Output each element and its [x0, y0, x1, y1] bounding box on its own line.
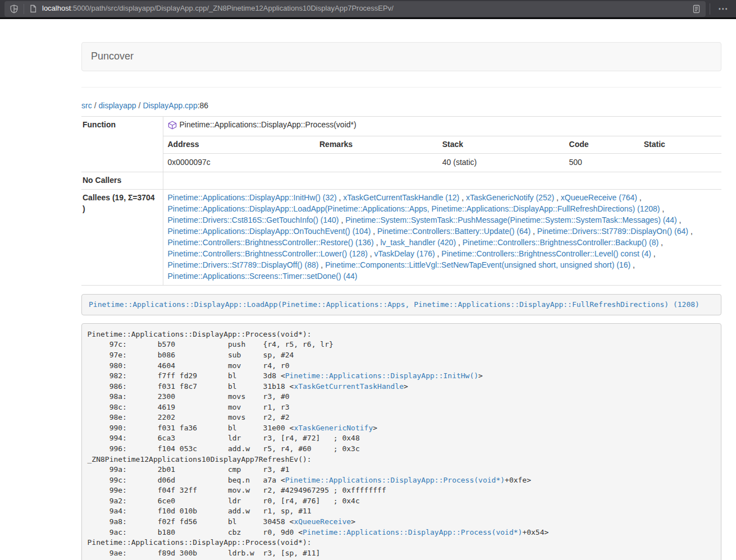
callee-link[interactable]: Pinetime::Components::LittleVgl::SetNewT…	[325, 260, 630, 269]
browser-toolbar: localhost:5000/path/src/displayapp/Displ…	[0, 0, 736, 19]
no-callers-label: No Callers	[81, 172, 163, 189]
function-stats-table: Address Remarks Stack Code Static 0x0000…	[163, 136, 722, 172]
stack-value: 40 (static)	[438, 153, 565, 171]
shield-icon[interactable]	[10, 4, 19, 13]
function-table: Function Pinetime::Applications::Display…	[81, 116, 721, 286]
callee-link[interactable]: Pinetime::Controllers::BrightnessControl…	[463, 238, 659, 247]
meatball-menu-icon[interactable]: ⋯	[714, 4, 732, 13]
callee-link[interactable]: lv_task_handler (420)	[380, 238, 456, 247]
divider	[81, 87, 721, 88]
reader-mode-icon[interactable]	[692, 4, 701, 13]
address-bar[interactable]: localhost:5000/path/src/displayapp/Displ…	[4, 1, 706, 17]
column-header-address: Address	[163, 136, 316, 153]
callee-link[interactable]: Pinetime::Applications::DisplayApp::Load…	[168, 204, 660, 213]
table-row: 0x0000097c 40 (static) 500	[163, 153, 722, 171]
breadcrumb-link-file[interactable]: DisplayApp.cpp	[143, 101, 197, 110]
breadcrumb: src/displayapp/DisplayApp.cpp:86	[81, 100, 721, 112]
address-value: 0x0000097c	[163, 153, 316, 171]
table-header-row: Address Remarks Stack Code Static	[163, 136, 722, 153]
column-header-static: Static	[639, 136, 721, 153]
callee-link[interactable]: Pinetime::Drivers::St7789::DisplayOn() (…	[537, 227, 688, 236]
callee-link[interactable]: Pinetime::Controllers::Battery::Update()…	[377, 227, 531, 236]
callee-link[interactable]: Pinetime::Controllers::BrightnessControl…	[168, 249, 368, 258]
callee-link[interactable]: Pinetime::Drivers::Cst816S::GetTouchInfo…	[168, 215, 339, 224]
asm-symbol-link[interactable]: Pinetime::Applications::DisplayApp::Init…	[285, 371, 478, 380]
column-header-stack: Stack	[438, 136, 565, 153]
breadcrumb-line-number: :86	[198, 101, 208, 110]
function-name: Pinetime::Applications::DisplayApp::Proc…	[180, 120, 356, 131]
callee-link[interactable]: Pinetime::Applications::DisplayApp::Init…	[168, 193, 337, 202]
breadcrumb-link-displayapp[interactable]: displayapp	[99, 101, 136, 110]
column-header-code: Code	[565, 136, 639, 153]
callee-link[interactable]: xQueueReceive (764)	[561, 193, 637, 202]
function-row-label: Function	[81, 116, 163, 172]
table-row: Function Pinetime::Applications::Display…	[81, 116, 721, 136]
asm-symbol-link[interactable]: xTaskGetCurrentTaskHandle	[294, 382, 404, 391]
callee-link[interactable]: Pinetime::Drivers::St7789::DisplayOff() …	[168, 260, 319, 269]
loadapp-signature-link[interactable]: Pinetime::Applications::DisplayApp::Load…	[89, 300, 700, 309]
callees-cell: Pinetime::Applications::DisplayApp::Init…	[163, 189, 721, 285]
asm-symbol-link[interactable]: xTaskGenericNotify	[294, 424, 373, 432]
callee-link[interactable]: xTaskGetCurrentTaskHandle (12)	[343, 193, 459, 202]
callee-link[interactable]: Pinetime::Controllers::BrightnessControl…	[441, 249, 651, 258]
callees-label: Callees (19, Σ=3704 )	[81, 189, 163, 285]
code-value: 500	[565, 153, 639, 171]
callee-link[interactable]: vTaskDelay (176)	[374, 249, 435, 258]
divider	[710, 3, 710, 15]
page-container: Puncover src/displayapp/DisplayApp.cpp:8…	[81, 42, 721, 560]
callers-cell	[163, 172, 721, 189]
column-header-remarks: Remarks	[315, 136, 438, 153]
assembly-code: Pinetime::Applications::DisplayApp::Proc…	[81, 323, 721, 560]
divider	[24, 4, 24, 14]
package-icon	[168, 121, 177, 130]
url-path: :5000/path/src/displayapp/DisplayApp.cpp…	[71, 4, 394, 12]
callee-link[interactable]: Pinetime::Applications::DisplayApp::OnTo…	[168, 227, 371, 236]
url-host: localhost	[42, 4, 71, 12]
url-text: localhost:5000/path/src/displayapp/Displ…	[42, 3, 692, 14]
page-icon[interactable]	[29, 4, 37, 13]
asm-symbol-link[interactable]: Pinetime::Applications::DisplayApp::Proc…	[303, 528, 522, 536]
brand-link[interactable]: Puncover	[82, 49, 143, 64]
table-row: Callees (19, Σ=3704 ) Pinetime::Applicat…	[81, 189, 721, 285]
callee-link[interactable]: Pinetime::Controllers::BrightnessControl…	[168, 238, 374, 247]
hovered-symbol-box: Pinetime::Applications::DisplayApp::Load…	[81, 294, 721, 316]
breadcrumb-link-src[interactable]: src	[81, 101, 92, 110]
breadcrumb-separator: /	[94, 101, 97, 110]
callee-link[interactable]: xTaskGenericNotify (252)	[466, 193, 554, 202]
callee-link[interactable]: Pinetime::Applications::Screens::Timer::…	[168, 272, 358, 281]
table-row: No Callers	[81, 172, 721, 189]
table-row: Address Remarks Stack Code Static 0x0000…	[81, 136, 721, 172]
asm-symbol-link[interactable]: Pinetime::Applications::DisplayApp::Proc…	[285, 476, 505, 484]
asm-symbol-link[interactable]: xQueueReceive	[294, 517, 351, 526]
navbar: Puncover	[81, 42, 721, 71]
remarks-value	[315, 153, 438, 171]
callee-link[interactable]: Pinetime::System::SystemTask::PushMessag…	[345, 215, 677, 224]
static-value	[639, 153, 721, 171]
breadcrumb-separator: /	[139, 101, 141, 110]
